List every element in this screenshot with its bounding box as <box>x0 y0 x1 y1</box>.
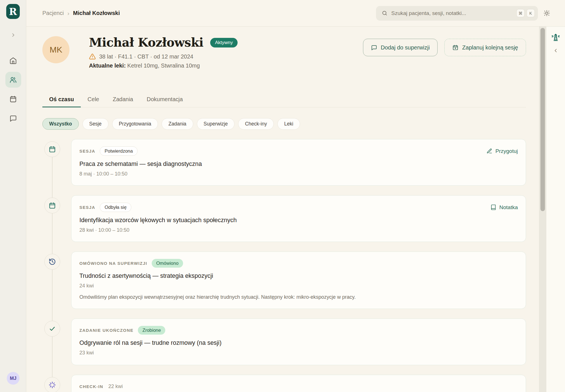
timeline-node <box>44 141 60 157</box>
schedule-next-session-button[interactable]: Zaplanuj kolejną sesję <box>444 39 526 56</box>
event-kind-label: OMÓWIONO NA SUPERWIZJI <box>79 261 147 266</box>
patient-status-badge: Aktywny <box>210 38 238 47</box>
calendar-icon <box>49 146 56 153</box>
global-search[interactable]: ⌘ K <box>376 6 538 21</box>
theme-toggle-button[interactable] <box>543 10 550 17</box>
event-date: 8 maj · 10:00 – 10:50 <box>79 171 518 177</box>
patient-meta-row: 38 lat · F41.1 · CBT · od 12 mar 2024 <box>89 53 238 60</box>
timeline-node <box>44 321 60 337</box>
rail-collapse-button[interactable] <box>553 48 559 53</box>
filter-tasks[interactable]: Zadania <box>162 118 193 130</box>
event-title: Odgrywanie ról na sesji — trudne rozmowy… <box>79 339 518 346</box>
tab-timeline[interactable]: Oś czasu <box>42 96 81 107</box>
timeline-item: SESJA Odbyła się Notatka Identyfikacja w… <box>42 195 526 242</box>
tab-goals[interactable]: Cele <box>81 96 106 107</box>
event-kind-label: SESJA <box>79 149 95 153</box>
history-icon <box>49 258 56 265</box>
search-input[interactable] <box>391 10 514 16</box>
sidebar-nav <box>0 53 26 126</box>
breadcrumb-parent[interactable]: Pacjenci <box>42 10 64 16</box>
add-to-supervision-button[interactable]: Dodaj do superwizji <box>363 39 438 56</box>
patient-meds-row: Aktualne leki: Ketrel 10mg, Stwralina 10… <box>89 62 238 69</box>
calendar-icon <box>9 95 17 103</box>
right-rail <box>546 27 565 392</box>
event-title: Praca ze schematami — sesja diagnostyczn… <box>79 161 518 168</box>
status-badge: Odbyła się <box>100 203 131 212</box>
checkin-card[interactable]: CHECK-IN 22 kwi <box>71 375 526 392</box>
open-note-link[interactable]: Notatka <box>490 204 518 211</box>
session-card[interactable]: SESJA Odbyła się Notatka Identyfikacja w… <box>71 195 526 242</box>
task-card[interactable]: ZADANIE UKOŃCZONE Zrobione Odgrywanie ró… <box>71 319 526 365</box>
filter-all[interactable]: Wszystko <box>42 118 79 130</box>
book-icon <box>490 204 496 210</box>
warning-triangle-icon <box>89 53 96 60</box>
event-date: 23 kwi <box>79 350 518 356</box>
filter-sessions[interactable]: Sesje <box>82 118 108 130</box>
app-logo[interactable]: R <box>6 4 20 19</box>
prepare-session-link[interactable]: Przygotuj <box>486 148 518 154</box>
timeline-node <box>44 198 60 213</box>
filter-supervisions[interactable]: Superwizje <box>197 118 235 130</box>
logo-letter: R <box>9 6 17 17</box>
check-icon <box>49 325 56 332</box>
event-date: 24 kwi <box>79 283 518 289</box>
timeline: SESJA Potwierdzona Przygotuj Praca ze sc… <box>42 139 526 392</box>
timeline-item: ZADANIE UKOŃCZONE Zrobione Odgrywanie ró… <box>42 319 526 365</box>
status-badge: Zrobione <box>138 326 165 335</box>
chat-icon <box>9 114 17 122</box>
lighthouse-button[interactable] <box>551 33 560 42</box>
calendar-plus-icon <box>452 44 458 51</box>
breadcrumb: Pacjenci › Michał Kozłowski <box>42 10 120 17</box>
filter-preparations[interactable]: Przygotowania <box>112 118 158 130</box>
main-content: MK Michał Kozłowski Aktywny 38 lat · F41… <box>27 27 539 392</box>
shortcut-key-k: K <box>527 9 535 17</box>
sidebar: R MJ <box>0 0 26 392</box>
home-icon <box>9 57 17 64</box>
sidebar-item-messages[interactable] <box>5 110 21 126</box>
chat-bubble-icon <box>371 44 377 51</box>
timeline-node <box>44 254 60 270</box>
supervision-card[interactable]: OMÓWIONO NA SUPERWIZJI Omówiono Trudnośc… <box>71 252 526 309</box>
timeline-item: CHECK-IN 22 kwi <box>42 375 526 392</box>
timeline-node <box>44 377 60 392</box>
search-icon <box>382 10 388 16</box>
vertical-scrollbar[interactable] <box>539 27 546 392</box>
timeline-item: OMÓWIONO NA SUPERWIZJI Omówiono Trudnośc… <box>42 252 526 309</box>
scrollbar-thumb[interactable] <box>540 28 545 211</box>
breadcrumb-current: Michał Kozłowski <box>73 10 120 16</box>
user-avatar[interactable]: MJ <box>7 372 19 385</box>
session-card[interactable]: SESJA Potwierdzona Przygotuj Praca ze sc… <box>71 139 526 186</box>
sidebar-item-calendar[interactable] <box>5 91 21 107</box>
filter-meds[interactable]: Leki <box>277 118 300 130</box>
status-badge: Potwierdzona <box>100 146 138 156</box>
patient-header: MK Michał Kozłowski Aktywny 38 lat · F41… <box>42 36 526 76</box>
patient-name: Michał Kozłowski <box>89 36 203 49</box>
sidebar-expand-button[interactable] <box>0 32 26 38</box>
sidebar-item-patients[interactable] <box>5 72 21 88</box>
schedule-next-session-label: Zaplanuj kolejną sesję <box>462 44 518 51</box>
users-icon <box>9 76 17 84</box>
event-kind-label: ZADANIE UKOŃCZONE <box>79 328 133 333</box>
tab-tasks[interactable]: Zadania <box>106 96 140 107</box>
lighthouse-icon <box>551 33 560 42</box>
patient-initials: MK <box>50 45 62 55</box>
patient-meta: 38 lat · F41.1 · CBT · od 12 mar 2024 <box>99 53 193 60</box>
app-window: R MJ Pacjenci › Michał Kozłowski <box>0 0 565 392</box>
patient-avatar: MK <box>42 36 69 63</box>
event-kind-label: SESJA <box>79 205 95 210</box>
top-header: Pacjenci › Michał Kozłowski ⌘ K <box>26 0 565 27</box>
sidebar-item-home[interactable] <box>5 53 21 68</box>
shortcut-key-meta: ⌘ <box>516 9 525 17</box>
patient-info: Michał Kozłowski Aktywny 38 lat · F41.1 … <box>89 36 238 76</box>
tab-documentation[interactable]: Dokumentacja <box>140 96 190 107</box>
event-date: 22 kwi <box>108 384 123 389</box>
event-kind-label: CHECK-IN <box>79 384 103 389</box>
filter-checkins[interactable]: Check-iny <box>238 118 274 130</box>
pen-icon <box>486 148 492 154</box>
user-initials: MJ <box>10 376 17 381</box>
meds-label: Aktualne leki: <box>89 62 126 69</box>
breadcrumb-separator: › <box>68 10 69 17</box>
event-description: Omówiliśmy plan ekspozycji wewnątrzsesyj… <box>79 294 518 300</box>
chevron-right-icon <box>10 32 16 38</box>
sun-icon <box>543 10 550 17</box>
